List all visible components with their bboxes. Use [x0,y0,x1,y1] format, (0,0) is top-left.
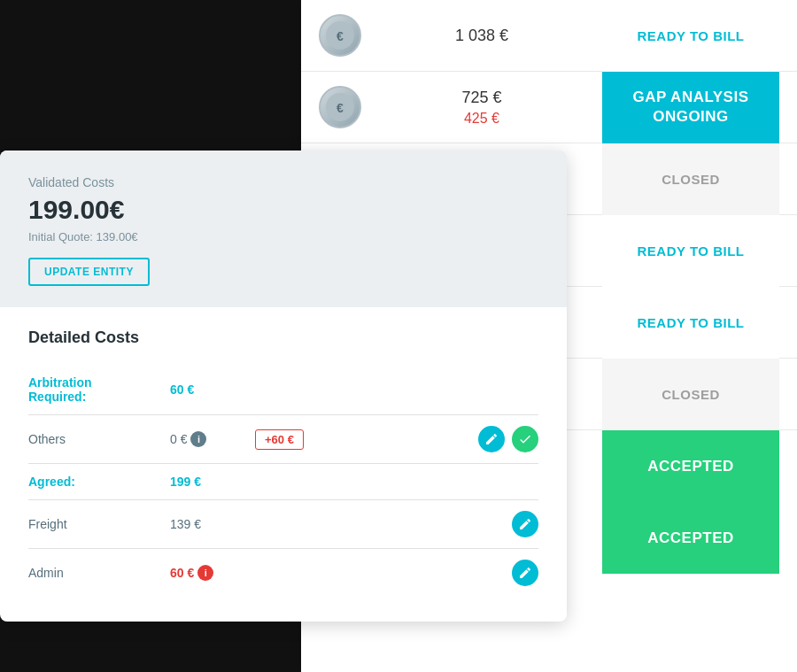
amounts-1: 1 038 € [361,27,602,45]
badge-accepted-2[interactable]: ACCEPTED [602,502,779,574]
amount-secondary-2: 425 € [361,111,602,127]
badge-ready-to-bill-2[interactable]: READY TO BILL [602,215,779,287]
cost-row-freight: Freight 139 € [28,500,538,549]
avatar-1: € [319,14,361,57]
admin-edit-icon[interactable] [512,560,538,586]
cost-row-admin: Admin 60 € i [28,549,538,597]
admin-action-icons [512,560,538,586]
detail-card: Validated Costs 199.00€ Initial Quote: 1… [0,151,567,622]
amounts-2: 725 € 425 € [361,89,602,127]
svg-text:€: € [337,29,344,43]
badge-closed-2[interactable]: CLOSED [602,359,779,430]
status-row-1: € 1 038 € READY TO BILL [301,0,797,72]
arbitration-label: ArbitrationRequired: [28,375,170,404]
arbitration-value: 60 € [170,382,241,397]
validated-costs-section: Validated Costs 199.00€ Initial Quote: 1… [0,151,567,307]
others-info-icon[interactable]: i [190,431,206,447]
others-check-icon[interactable] [512,426,538,452]
badge-ready-to-bill-1[interactable]: READY TO BILL [602,0,779,72]
agreed-label: Agreed: [28,475,170,489]
validated-amount: 199.00€ [28,195,538,225]
amount-main-1: 1 038 € [361,27,602,45]
badge-accepted-1[interactable]: ACCEPTED [602,430,779,502]
cost-row-arbitration: ArbitrationRequired: 60 € [28,365,538,415]
agreed-value: 199 € [170,475,241,489]
others-label: Others [28,432,170,446]
badge-closed-1[interactable]: CLOSED [602,143,779,215]
svg-text:€: € [337,101,344,115]
cost-row-others: Others 0 € i +60 € [28,415,538,464]
cost-row-agreed: Agreed: 199 € [28,464,538,500]
others-edit-icon[interactable] [478,426,505,452]
initial-quote: Initial Quote: 139.00€ [28,230,538,243]
update-entity-button[interactable]: UPDATE ENTITY [28,258,150,286]
detailed-costs-section: Detailed Costs ArbitrationRequired: 60 €… [0,307,567,622]
validated-costs-label: Validated Costs [28,175,538,189]
admin-value: 60 € i [170,565,241,581]
badge-gap-analysis[interactable]: GAP ANALYSISONGOING [602,72,779,143]
scene: € 1 038 € READY TO BILL € 725 € 425 € GA… [0,0,797,672]
freight-value: 139 € [170,517,241,531]
detailed-costs-title: Detailed Costs [28,328,538,347]
amount-main-2: 725 € [361,89,602,107]
freight-label: Freight [28,517,170,531]
freight-edit-icon[interactable] [512,511,538,537]
others-badge-plus: +60 € [255,429,304,450]
admin-info-icon[interactable]: i [197,565,213,581]
status-row-2: € 725 € 425 € GAP ANALYSISONGOING [301,72,797,143]
others-action-icons [478,426,538,452]
badge-ready-to-bill-3[interactable]: READY TO BILL [602,287,779,359]
others-value: 0 € i [170,431,241,447]
avatar-2: € [319,86,361,128]
admin-label: Admin [28,566,170,580]
freight-action-icons [512,511,538,537]
